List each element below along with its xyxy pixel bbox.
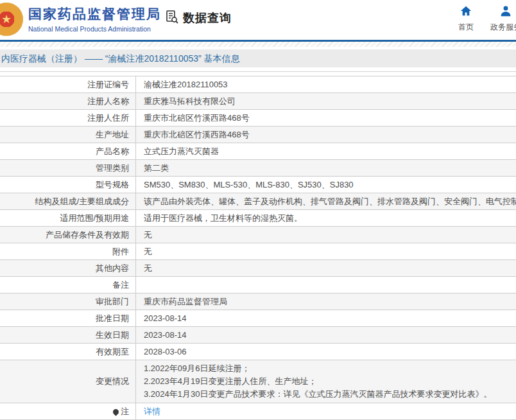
- org-identity: 国家药品监督管理局 National Medical Products Admi…: [28, 5, 161, 33]
- table-row: 备注: [0, 277, 516, 293]
- hatch-band: [0, 42, 516, 47]
- row-value: 立式压力蒸汽灭菌器: [136, 143, 516, 159]
- info-table: 注册证编号渝械注准20182110053注册人名称重庆雅马拓科技有限公司注册人住…: [0, 76, 516, 420]
- change-record-line: 3.2024年1月30日变更产品技术要求：详见《立式压力蒸汽灭菌器产品技术要求变…: [144, 388, 516, 401]
- table-row: 审批部门重庆市药品监督管理局: [0, 293, 516, 310]
- row-value: 重庆市北碚区竹溪西路468号: [136, 110, 516, 126]
- org-name-zh: 国家药品监督管理局: [28, 5, 161, 23]
- row-value: 详情: [136, 403, 516, 419]
- data-query-title: 数据查询: [183, 10, 232, 26]
- note-pin-icon: [112, 408, 120, 416]
- table-row: 附件无: [0, 243, 516, 260]
- nav-home[interactable]: 首页: [445, 5, 486, 33]
- row-value: 重庆市北碚区竹溪西路468号: [136, 127, 516, 143]
- row-label: 生产地址: [0, 127, 136, 143]
- row-label: 批准日期: [0, 310, 136, 326]
- row-label: 产品名称: [0, 143, 136, 159]
- table-row: 变更情况1.2022年09月6日延续注册；2.2023年4月19日变更注册人住所…: [0, 360, 516, 403]
- table-row: 有效期至2028-03-06: [0, 344, 516, 360]
- document-search-icon: [164, 9, 180, 27]
- data-query-section: 数据查询: [164, 9, 232, 27]
- row-label: 变更情况: [0, 360, 136, 403]
- row-label: 生效日期: [0, 327, 136, 343]
- row-label: 有效期至: [0, 344, 136, 360]
- detail-link[interactable]: 详情: [144, 407, 160, 416]
- row-label: 注册人名称: [0, 93, 136, 109]
- row-label: 注册人住所: [0, 110, 136, 126]
- row-value: 无: [136, 227, 516, 243]
- nav-gov-services[interactable]: 政务服务: [485, 5, 516, 33]
- nav-home-label: 首页: [445, 22, 486, 33]
- row-label: 适用范围/预期用途: [0, 210, 136, 226]
- row-label: 其他内容: [0, 260, 136, 276]
- row-value: 无: [136, 243, 516, 259]
- table-row: 生产地址重庆市北碚区竹溪西路468号: [0, 127, 516, 143]
- row-label: 结构及组成/主要组成成分: [0, 193, 136, 209]
- row-value: 重庆市药品监督管理局: [136, 293, 516, 310]
- row-label: 附件: [0, 243, 136, 259]
- table-row: 适用范围/预期用途适用于医疗器械，卫生材料等的湿热灭菌。: [0, 210, 516, 227]
- row-value: 1.2022年09月6日延续注册；2.2023年4月19日变更注册人住所、生产地…: [136, 360, 516, 403]
- row-label: 产品储存条件及有效期: [0, 227, 136, 243]
- row-value: 重庆雅马拓科技有限公司: [136, 93, 516, 109]
- table-row: 其他内容无: [0, 260, 516, 277]
- row-value: 2023-08-14: [136, 310, 516, 326]
- row-label: 管理类别: [0, 160, 136, 176]
- nav-gov-label: 政务服务: [485, 22, 516, 33]
- org-name-en: National Medical Products Administration: [28, 25, 161, 33]
- table-row: 管理类别第二类: [0, 160, 516, 177]
- table-row: 产品名称立式压力蒸汽灭菌器: [0, 143, 516, 160]
- row-value: SM530、SM830、MLS-530、MLS-830、SJ530、SJ830: [136, 177, 516, 193]
- table-row: 产品储存条件及有效期无: [0, 227, 516, 243]
- row-value: 第二类: [136, 160, 516, 176]
- row-label: 备注: [0, 277, 136, 293]
- row-value: 无: [136, 260, 516, 276]
- table-row: 结构及组成/主要组成成分该产品由外装壳体、罐体、盖子及动作机构、排气管路及阀门、…: [0, 193, 516, 210]
- table-row: 注详情: [0, 403, 516, 420]
- row-value: 该产品由外装壳体、罐体、盖子及动作机构、排气管路及阀门、排水管路及阀门、安全阀门…: [136, 193, 516, 209]
- page-title: 内医疗器械（注册） —— “渝械注准20182110053” 基本信息: [0, 49, 516, 67]
- row-value: 渝械注准20182110053: [136, 76, 516, 92]
- table-row: 生效日期2023-08-14: [0, 327, 516, 344]
- row-value: [136, 277, 516, 293]
- row-label: 注册证编号: [0, 76, 136, 92]
- site-header: ★ 国家药品监督管理局 National Medical Products Ad…: [0, 0, 516, 40]
- row-value: 适用于医疗器械，卫生材料等的湿热灭菌。: [136, 210, 516, 226]
- row-label: 审批部门: [0, 293, 136, 310]
- table-row: 批准日期2023-08-14: [0, 310, 516, 327]
- row-label: 型号规格: [0, 177, 136, 193]
- person-icon: [499, 8, 512, 19]
- table-row: 型号规格SM530、SM830、MLS-530、MLS-830、SJ530、SJ…: [0, 177, 516, 193]
- change-record-line: 1.2022年09月6日延续注册；: [144, 362, 516, 375]
- page: ★ 国家药品监督管理局 National Medical Products Ad…: [0, 0, 516, 420]
- change-record-line: 2.2023年4月19日变更注册人住所、生产地址；: [144, 375, 516, 388]
- table-row: 注册人名称重庆雅马拓科技有限公司: [0, 93, 516, 110]
- table-row: 注册证编号渝械注准20182110053: [0, 76, 516, 93]
- row-value: 2028-03-06: [136, 344, 516, 360]
- row-value: 2023-08-14: [136, 327, 516, 343]
- title-divider: [0, 71, 516, 72]
- national-emblem-logo: ★: [0, 3, 23, 36]
- row-label: 注: [0, 403, 136, 419]
- table-row: 注册人住所重庆市北碚区竹溪西路468号: [0, 110, 516, 127]
- home-icon: [460, 8, 472, 19]
